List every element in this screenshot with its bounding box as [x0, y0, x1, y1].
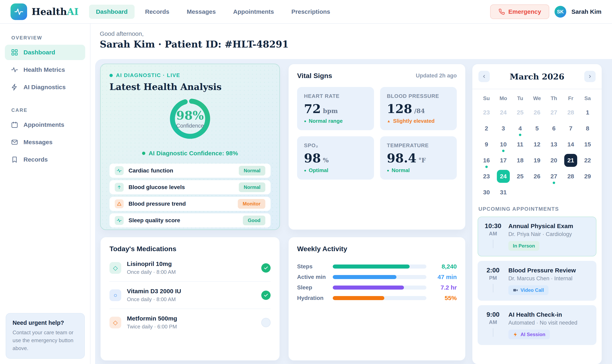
vital-signs-card: Vital Signs Updated 2h ago HEART RATE 72…: [288, 64, 466, 230]
avatar[interactable]: SK: [555, 6, 566, 18]
help-title: Need urgent help?: [13, 320, 78, 326]
medication-row: ◇ Lisinopril 10mg Once daily · 8:00 AM: [109, 254, 271, 282]
sidebar-item[interactable]: Health Metrics: [5, 62, 85, 78]
sidebar-item[interactable]: Dashboard: [5, 45, 85, 60]
vital-status: ● Optimal: [304, 167, 367, 173]
calendar-day[interactable]: 18: [512, 152, 529, 168]
calendar-day[interactable]: 22: [579, 152, 596, 168]
calendar-day[interactable]: 7: [562, 120, 579, 136]
page-title: Sarah Kim · Patient ID: #HLT-48291: [100, 39, 289, 50]
nav-item[interactable]: Prescriptions: [285, 5, 337, 19]
appointment-card[interactable]: 10:30 AM Annual Physical Exam Dr. Priya …: [478, 217, 597, 256]
calendar-day[interactable]: 30: [478, 184, 495, 200]
calendar-day[interactable]: 20: [545, 152, 562, 168]
medication-schedule: Once daily · 8:00 AM: [127, 269, 176, 275]
live-badge: AI DIAGNOSTIC · LIVE: [109, 72, 271, 78]
calendar-day[interactable]: 25: [512, 104, 529, 120]
medication-row: ◇ Metformin 500mg Twice daily · 6:00 PM: [109, 309, 271, 336]
medications-list: ◇ Lisinopril 10mg Once daily · 8:00 AM ○…: [109, 254, 271, 336]
sidebar-item[interactable]: Records: [5, 152, 85, 167]
appointment-card[interactable]: 9:00 AM AI Health Check-in Automated · N…: [478, 305, 597, 345]
confidence-label: Confidence: [176, 123, 204, 129]
calendar-day[interactable]: 27: [545, 168, 562, 184]
weekday-label: Mo: [495, 95, 512, 102]
calendar-day[interactable]: 9: [478, 136, 495, 152]
calendar-day[interactable]: 10: [495, 136, 512, 152]
calendar-day[interactable]: 19: [529, 152, 545, 168]
calendar-day[interactable]: 24: [495, 168, 512, 184]
calendar-day[interactable]: 5: [529, 120, 545, 136]
calendar-day[interactable]: 17: [495, 152, 512, 168]
topbar-right: Emergency SK Sarah Kim: [490, 4, 601, 19]
calendar-day[interactable]: 24: [495, 104, 512, 120]
event-dot-icon: [553, 182, 555, 184]
calendar-day[interactable]: 26: [529, 168, 545, 184]
vital-unit: /84: [414, 107, 425, 115]
nav-item[interactable]: Records: [138, 5, 176, 19]
calendar-day[interactable]: 8: [579, 120, 596, 136]
calendar-day[interactable]: 23: [478, 168, 495, 184]
appointment-type-badge: Video Call: [508, 285, 548, 295]
activity-progress-fill: [333, 286, 404, 290]
calendar-day[interactable]: 25: [512, 168, 529, 184]
calendar-day[interactable]: 23: [478, 104, 495, 120]
appointment-time: 2:00 PM: [483, 267, 503, 295]
calendar-day[interactable]: 15: [579, 136, 596, 152]
confidence-percent: 98%: [176, 109, 204, 122]
calendar-day[interactable]: 11: [512, 136, 529, 152]
calendar-day[interactable]: 28: [562, 168, 579, 184]
medication-check-toggle[interactable]: [261, 263, 271, 273]
calendar-day[interactable]: 12: [529, 136, 545, 152]
calendar-day[interactable]: 2: [478, 120, 495, 136]
nav-item[interactable]: Appointments: [226, 5, 281, 19]
main-nav: Dashboard Records Messages Appointments …: [89, 5, 337, 19]
medication-check-toggle[interactable]: [261, 291, 271, 300]
nav-item[interactable]: Dashboard: [89, 5, 135, 19]
calendar-day[interactable]: 4: [512, 120, 529, 136]
medication-name: Metformin 500mg: [127, 315, 177, 322]
sidebar-item-label: Dashboard: [24, 49, 55, 56]
salutation: Good afternoon,: [100, 30, 289, 37]
vital-status: ● Normal range: [304, 118, 367, 124]
analysis-row-icon: [115, 199, 124, 208]
medication-row: ○ Vitamin D3 2000 IU Once daily · 8:00 A…: [109, 282, 271, 309]
sidebar-item[interactable]: AI Diagnostics: [5, 79, 85, 95]
calendar-day[interactable]: 26: [529, 104, 545, 120]
user-name: Sarah Kim: [571, 8, 601, 15]
appointment-card[interactable]: 2:00 PM Blood Pressure Review Dr. Marcus…: [478, 261, 597, 301]
calendar-day[interactable]: 21: [562, 152, 579, 168]
calendar-day[interactable]: 28: [562, 104, 579, 120]
calendar-card: March 2026 SuMoTuWeThFrSa 23 24 25: [472, 64, 602, 364]
appointment-time: 10:30 AM: [483, 222, 503, 251]
calendar-day[interactable]: 6: [545, 120, 562, 136]
calendar-day[interactable]: 3: [495, 120, 512, 136]
calendar-next-button[interactable]: [584, 71, 596, 82]
calendar-day[interactable]: 31: [495, 184, 512, 200]
calendar-day[interactable]: 13: [545, 136, 562, 152]
time-divider: [493, 240, 493, 248]
calendar-day[interactable]: 27: [545, 104, 562, 120]
vital-label: HEART RATE: [304, 93, 367, 99]
calendar-prev-button[interactable]: [478, 71, 490, 82]
calendar-day[interactable]: 1: [579, 104, 596, 120]
time-divider: [493, 328, 493, 337]
vital-tile: TEMPERATURE 98.4 °F ● Normal: [380, 136, 457, 180]
sidebar-item[interactable]: Appointments: [5, 117, 85, 132]
pill-icon: ○: [109, 289, 121, 301]
emergency-button[interactable]: Emergency: [490, 4, 549, 19]
sidebar-item-label: Records: [24, 156, 48, 163]
activity-row: Hydration 55%: [297, 293, 457, 303]
calendar-day[interactable]: 14: [562, 136, 579, 152]
vital-tile: SPO₂ 98 % ● Optimal: [297, 136, 374, 180]
event-dot-icon: [519, 134, 521, 136]
calendar-day[interactable]: 29: [579, 168, 596, 184]
phone-icon: [498, 9, 505, 15]
activity-row: Sleep 7.2 hr: [297, 282, 457, 293]
vital-label: TEMPERATURE: [387, 142, 450, 149]
sidebar-item[interactable]: Messages: [5, 134, 85, 150]
calendar-day[interactable]: 16: [478, 152, 495, 168]
medication-check-toggle[interactable]: [261, 318, 271, 327]
nav-item[interactable]: Messages: [180, 5, 223, 19]
activity-value: 47 min: [426, 273, 457, 281]
appointment-title: AI Health Check-in: [508, 311, 577, 318]
